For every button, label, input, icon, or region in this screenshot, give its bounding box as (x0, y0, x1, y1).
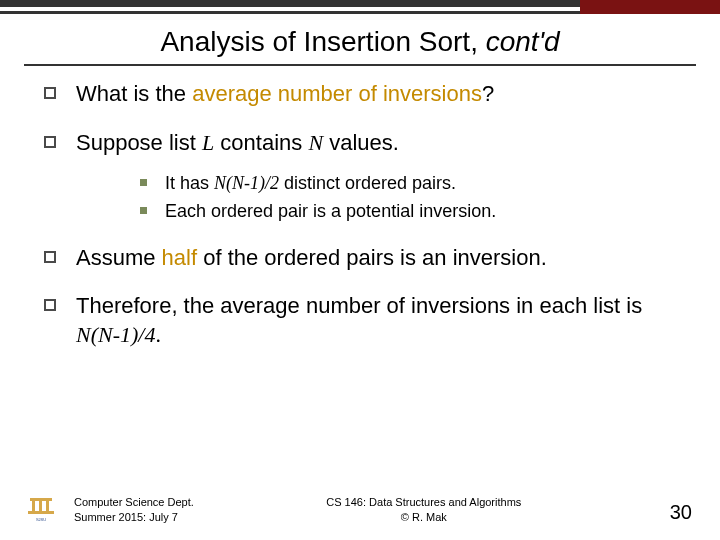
text: ? (482, 81, 494, 106)
slide-title: Analysis of Insertion Sort, cont'd (0, 26, 720, 58)
math-var: L (202, 130, 214, 155)
text: . (155, 322, 161, 347)
slide-content: What is the average number of inversions… (0, 66, 720, 350)
footer-dept: Computer Science Dept. (74, 495, 194, 509)
square-bullet-icon (44, 136, 56, 148)
bullet-item: Suppose list L contains N values. (44, 129, 670, 158)
text: Assume (76, 245, 162, 270)
math-expr: N(N-1)/2 (214, 173, 279, 193)
svg-rect-3 (46, 501, 49, 511)
svg-rect-4 (28, 511, 54, 514)
text: contains (214, 130, 308, 155)
sub-bullet-item: Each ordered pair is a potential inversi… (140, 199, 670, 223)
bullet-item: Therefore, the average number of inversi… (44, 292, 670, 349)
square-bullet-icon (44, 299, 56, 311)
footer-course: CS 146: Data Structures and Algorithms (194, 495, 654, 509)
sub-list: It has N(N-1)/2 distinct ordered pairs. … (140, 171, 670, 224)
square-bullet-icon (44, 87, 56, 99)
header-rule (0, 0, 720, 14)
text: Suppose list (76, 130, 202, 155)
text: distinct ordered pairs. (279, 173, 456, 193)
footer-copyright: © R. Mak (194, 510, 654, 524)
highlight-text: half (162, 245, 197, 270)
text: Each ordered pair is a potential inversi… (165, 201, 496, 221)
svg-rect-2 (39, 501, 42, 511)
slide-footer: SJSU Computer Science Dept. Summer 2015:… (0, 494, 720, 524)
text: It has (165, 173, 214, 193)
accent-block (580, 0, 720, 14)
text: values. (323, 130, 399, 155)
svg-rect-1 (32, 501, 35, 511)
footer-left: Computer Science Dept. Summer 2015: July… (74, 495, 194, 524)
page-number: 30 (670, 501, 692, 524)
text: Therefore, the average number of inversi… (76, 293, 642, 318)
sub-bullet-item: It has N(N-1)/2 distinct ordered pairs. (140, 171, 670, 195)
footer-date: Summer 2015: July 7 (74, 510, 194, 524)
math-expr: N(N-1)/4 (76, 322, 155, 347)
sub-square-icon (140, 207, 147, 214)
university-logo-icon: SJSU (24, 494, 58, 524)
footer-center: CS 146: Data Structures and Algorithms ©… (194, 495, 654, 524)
bullet-item: Assume half of the ordered pairs is an i… (44, 244, 670, 273)
square-bullet-icon (44, 251, 56, 263)
title-main: Analysis of Insertion Sort, (160, 26, 485, 57)
svg-text:SJSU: SJSU (36, 517, 46, 522)
text: of the ordered pairs is an inversion. (197, 245, 547, 270)
bullet-item: What is the average number of inversions… (44, 80, 670, 109)
sub-square-icon (140, 179, 147, 186)
svg-rect-0 (30, 498, 52, 501)
title-contd: cont'd (486, 26, 560, 57)
math-var: N (308, 130, 323, 155)
text: What is the (76, 81, 192, 106)
highlight-text: average number of inversions (192, 81, 482, 106)
